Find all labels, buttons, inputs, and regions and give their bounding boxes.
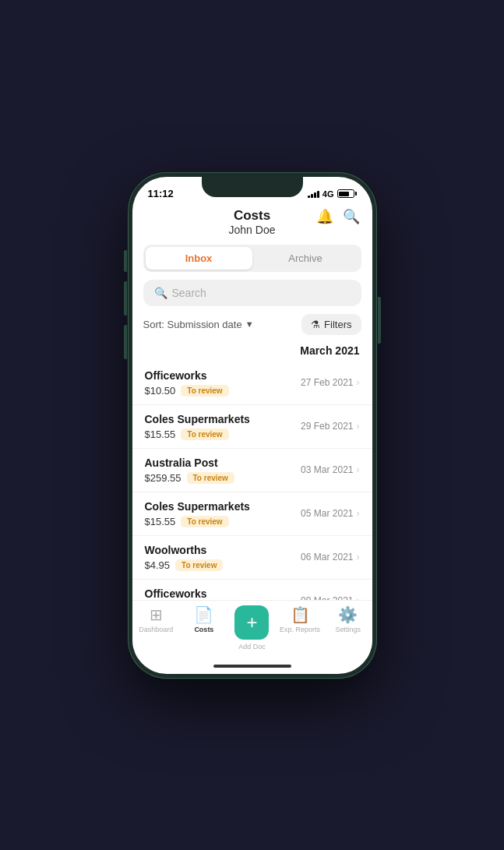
expense-left: Australia Post $259.55 To review [145, 457, 234, 484]
expense-left: Officeworks $10.50 To review [145, 369, 229, 397]
status-badge: To review [175, 559, 223, 571]
expense-item[interactable]: Officeworks $10.50 To review 09 Mar 2021… [132, 580, 372, 600]
expense-item[interactable]: Coles Supermarkets $15.55 To review 05 M… [132, 492, 372, 536]
expense-date: 06 Mar 2021 [301, 552, 353, 563]
phone-screen: 11:12 4G [132, 177, 372, 674]
sort-control[interactable]: Sort: Submission date ▼ [143, 319, 254, 330]
status-badge: To review [181, 516, 228, 527]
page-header: Costs John Doe 🔔 🔍 [132, 205, 372, 245]
expense-right: 29 Feb 2021 › [301, 421, 359, 432]
expense-left: Coles Supermarkets $15.55 To review [145, 500, 250, 527]
expense-amount: $259.55 [145, 472, 182, 484]
expense-name: Woolworths [145, 544, 224, 556]
expense-item[interactable]: Officeworks $10.50 To review 27 Feb 2021… [132, 362, 372, 405]
phone-wrapper: 11:12 4G [128, 172, 377, 679]
nav-label-costs: Costs [194, 626, 213, 633]
sort-chevron-icon: ▼ [245, 319, 254, 329]
chevron-right-icon: › [357, 421, 360, 432]
nav-item-costs[interactable]: 📄 Costs [180, 605, 228, 651]
sort-filter-row: Sort: Submission date ▼ ⚗ Filters [132, 314, 372, 341]
nav-label-add-doc: Add Doc [238, 643, 266, 651]
filter-label: Filters [324, 319, 351, 330]
battery-icon [337, 189, 357, 198]
nav-item-dashboard[interactable]: ⊞ Dashboard [132, 605, 181, 651]
expense-right: 05 Mar 2021 › [301, 508, 359, 519]
expense-bottom: $4.95 To review [145, 559, 224, 571]
expense-item[interactable]: Coles Supermarkets $15.55 To review 29 F… [132, 405, 372, 449]
expense-bottom: $10.50 To review [145, 385, 229, 397]
app-content: Costs John Doe 🔔 🔍 Inbox Archive 🔍 Searc… [132, 205, 372, 674]
expense-left: Woolworths $4.95 To review [145, 544, 224, 571]
nav-label-exp-reports: Exp. Reports [280, 626, 320, 633]
exp-reports-icon: 📋 [291, 605, 310, 624]
expense-left: Coles Supermarkets $15.55 To review [145, 413, 250, 440]
expense-amount: $10.50 [145, 385, 176, 397]
signal-icon [308, 190, 319, 198]
search-placeholder: Search [172, 287, 206, 299]
page-subtitle: John Doe [145, 224, 360, 237]
expense-name: Officeworks [145, 369, 229, 382]
nav-item-add-doc[interactable]: + Add Doc [228, 605, 277, 651]
nav-label-settings: Settings [335, 626, 361, 633]
side-button-vol-up [124, 281, 127, 316]
nav-item-settings[interactable]: ⚙️ Settings [324, 605, 372, 651]
home-bar [213, 665, 291, 668]
sort-label-text: Sort: Submission date [143, 319, 242, 330]
chevron-right-icon: › [357, 552, 360, 563]
expense-list: March 2021 Officeworks $10.50 To review … [132, 341, 372, 600]
tab-inbox[interactable]: Inbox [146, 247, 252, 270]
expense-name: Australia Post [145, 457, 234, 469]
tab-archive[interactable]: Archive [252, 247, 359, 270]
add-doc-button[interactable]: + [234, 605, 269, 640]
status-badge: To review [181, 429, 228, 440]
search-bar[interactable]: 🔍 Search [143, 280, 361, 306]
tab-bar: Inbox Archive [143, 245, 361, 272]
search-header-icon[interactable]: 🔍 [343, 208, 360, 225]
side-button-power [378, 297, 381, 344]
expense-date: 05 Mar 2021 [301, 508, 353, 519]
expense-amount: $4.95 [145, 559, 171, 571]
expense-date: 27 Feb 2021 [301, 377, 353, 388]
expense-items-container: Officeworks $10.50 To review 27 Feb 2021… [132, 362, 372, 600]
expense-item[interactable]: Woolworths $4.95 To review 06 Mar 2021 › [132, 536, 372, 580]
chevron-right-icon: › [357, 377, 360, 388]
expense-right: 03 Mar 2021 › [301, 464, 359, 475]
month-heading: March 2021 [132, 341, 372, 362]
home-indicator [132, 658, 372, 674]
header-actions: 🔔 🔍 [316, 208, 360, 225]
expense-amount: $15.55 [145, 429, 176, 440]
expense-right: 06 Mar 2021 › [301, 552, 359, 563]
chevron-right-icon: › [357, 508, 360, 519]
costs-icon: 📄 [194, 605, 213, 624]
search-icon: 🔍 [154, 287, 167, 299]
bottom-navigation: ⊞ Dashboard 📄 Costs + Add Doc 📋 Exp. Rep… [132, 600, 372, 658]
status-time: 11:12 [148, 188, 174, 199]
expense-date: 29 Feb 2021 [301, 421, 353, 432]
expense-date: 03 Mar 2021 [301, 464, 353, 475]
expense-item[interactable]: Australia Post $259.55 To review 03 Mar … [132, 449, 372, 492]
side-button-mute [124, 250, 127, 272]
network-label: 4G [322, 189, 334, 199]
dashboard-icon: ⊞ [150, 605, 163, 624]
expense-name: Coles Supermarkets [145, 500, 250, 513]
bell-icon[interactable]: 🔔 [316, 208, 333, 225]
expense-name: Officeworks [145, 587, 229, 600]
filter-button[interactable]: ⚗ Filters [301, 314, 361, 335]
status-badge: To review [187, 472, 234, 484]
nav-label-dashboard: Dashboard [139, 626, 173, 633]
phone-shell: 11:12 4G [128, 172, 377, 679]
expense-bottom: $259.55 To review [145, 472, 234, 484]
expense-name: Coles Supermarkets [145, 413, 250, 425]
side-button-vol-down [124, 325, 127, 359]
expense-bottom: $15.55 To review [145, 429, 250, 440]
expense-bottom: $15.55 To review [145, 516, 250, 527]
chevron-right-icon: › [357, 464, 360, 475]
status-icons: 4G [308, 189, 357, 199]
expense-amount: $15.55 [145, 516, 176, 527]
settings-icon: ⚙️ [338, 605, 358, 624]
status-badge: To review [181, 385, 228, 397]
nav-item-exp-reports[interactable]: 📋 Exp. Reports [276, 605, 324, 651]
filter-icon: ⚗ [311, 319, 320, 330]
notch [202, 177, 303, 197]
expense-left: Officeworks $10.50 To review [145, 587, 229, 600]
